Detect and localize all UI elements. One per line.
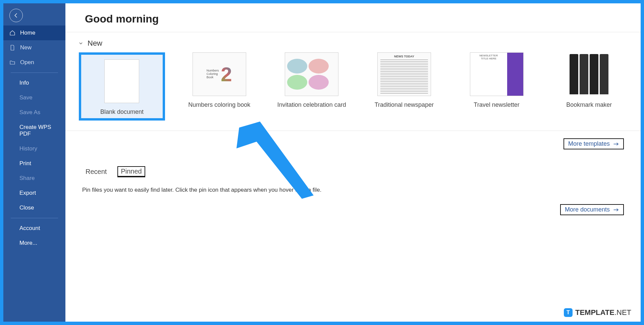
watermark-brand-light: .NET xyxy=(614,308,631,317)
nav-account[interactable]: Account xyxy=(3,221,65,236)
pinned-empty-note: Pin files you want to easily find later.… xyxy=(65,181,641,197)
watermark: T TEMPLATE.NET xyxy=(564,308,631,317)
tab-pinned[interactable]: Pinned xyxy=(117,166,145,177)
nav-share[interactable]: Share xyxy=(3,171,65,186)
nav-open-label: Open xyxy=(20,59,34,66)
nav-save[interactable]: Save xyxy=(3,90,65,105)
template-row: Blank document NumbersColoringBook 2 Num… xyxy=(65,52,641,131)
template-bookmark-maker[interactable]: Bookmark maker xyxy=(551,52,627,108)
more-documents-label: More documents xyxy=(565,206,610,213)
app-window: Home New Open Info Save Save As Create W… xyxy=(3,3,641,322)
nav-save-as[interactable]: Save As xyxy=(3,105,65,120)
template-travel-label: Travel newsletter xyxy=(474,101,519,108)
back-arrow-icon xyxy=(13,12,19,18)
travel-thumb: NEWSLETTERTITLE HERE xyxy=(470,52,524,96)
recent-pinned-tabs: Recent Pinned xyxy=(65,156,641,181)
back-button[interactable] xyxy=(9,9,23,22)
chevron-down-icon xyxy=(78,41,84,46)
folder-open-icon xyxy=(9,59,16,65)
nav-history[interactable]: History xyxy=(3,141,65,156)
template-numbers-coloring-book[interactable]: NumbersColoringBook 2 Numbers coloring b… xyxy=(181,52,258,108)
template-numbers-label: Numbers coloring book xyxy=(188,101,250,108)
nav-new-label: New xyxy=(20,44,32,51)
nav-info[interactable]: Info xyxy=(3,76,65,90)
tab-recent[interactable]: Recent xyxy=(86,168,107,176)
bookmark-thumb xyxy=(562,52,616,96)
nav-more[interactable]: More... xyxy=(3,236,65,250)
invitation-thumb xyxy=(285,52,338,96)
nav-new[interactable]: New xyxy=(3,40,65,55)
section-new-toggle[interactable]: New xyxy=(65,32,641,52)
more-documents-link[interactable]: More documents xyxy=(560,204,624,215)
more-templates-link[interactable]: More templates xyxy=(564,138,624,149)
nav-close[interactable]: Close xyxy=(3,200,65,215)
nav-open[interactable]: Open xyxy=(3,55,65,70)
nav-home[interactable]: Home xyxy=(3,26,65,40)
arrow-right-icon xyxy=(613,207,619,212)
numbers-thumb: NumbersColoringBook 2 xyxy=(193,52,246,96)
main-area: Good morning New Blank document NumbersC… xyxy=(65,3,641,322)
nav-home-label: Home xyxy=(20,30,35,36)
home-icon xyxy=(9,30,16,36)
nav-export[interactable]: Export xyxy=(3,186,65,200)
newspaper-thumb: NEWS TODAY xyxy=(377,52,431,96)
watermark-badge-icon: T xyxy=(564,308,573,317)
document-icon xyxy=(9,45,16,51)
sidebar: Home New Open Info Save Save As Create W… xyxy=(3,3,65,322)
template-blank-document[interactable]: Blank document xyxy=(79,52,165,121)
template-newspaper-label: Traditional newspaper xyxy=(375,101,434,108)
watermark-brand-bold: TEMPLATE xyxy=(575,308,614,317)
template-bookmark-label: Bookmark maker xyxy=(566,101,612,108)
template-blank-label: Blank document xyxy=(100,108,144,115)
divider xyxy=(11,218,58,218)
template-travel-newsletter[interactable]: NEWSLETTERTITLE HERE Travel newsletter xyxy=(459,52,535,108)
template-invitation-label: Invitation celebration card xyxy=(277,101,346,108)
blank-thumb xyxy=(104,59,139,103)
arrow-right-icon xyxy=(613,142,619,146)
section-new-label: New xyxy=(88,39,102,48)
divider xyxy=(11,73,58,73)
more-templates-label: More templates xyxy=(568,140,610,147)
greeting-title: Good morning xyxy=(65,3,641,32)
nav-create-wps-pdf[interactable]: Create WPS PDF xyxy=(3,120,65,141)
template-invitation-card[interactable]: Invitation celebration card xyxy=(274,52,350,108)
template-traditional-newspaper[interactable]: NEWS TODAY Traditional newspaper xyxy=(366,52,442,108)
nav-print[interactable]: Print xyxy=(3,156,65,171)
